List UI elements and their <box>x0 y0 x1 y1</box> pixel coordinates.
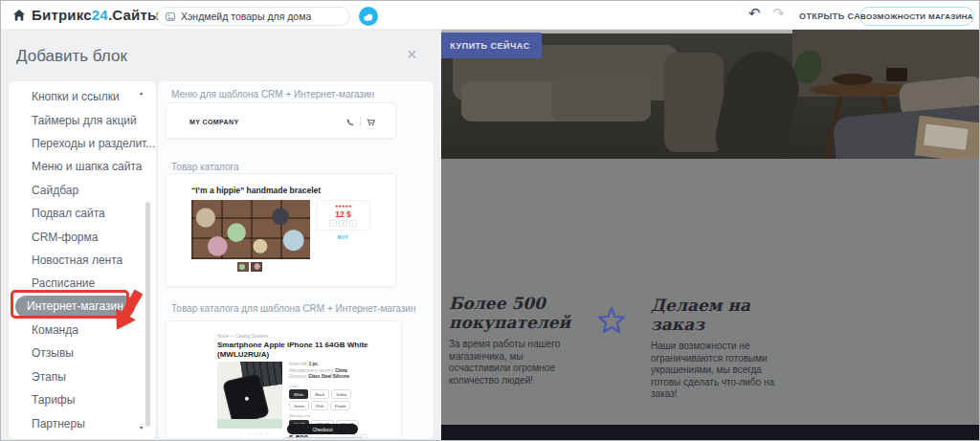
topbar: Битрикс24.Сайты Хэндмейд товары для дома… <box>1 1 979 30</box>
site-preview: КУПИТЬ СЕЙЧАС Более 500 покупателей За в… <box>438 30 980 441</box>
feature-heading: Делаем на заказ <box>651 296 787 334</box>
tray-shape <box>915 116 980 159</box>
brand-part3: .Сайты <box>108 7 160 23</box>
add-to-cart-button[interactable]: Add to Cart & Continue Shopping <box>281 437 366 439</box>
app-window: Битрикс24.Сайты Хэндмейд товары для дома… <box>0 0 980 441</box>
product-photo <box>191 200 310 259</box>
memory-label: Memory size <box>289 413 371 418</box>
phone-icon <box>346 113 354 130</box>
close-icon[interactable]: × <box>407 46 417 63</box>
category-item-footer[interactable]: Подвал сайта <box>9 202 156 225</box>
brand-logo[interactable]: Битрикс24.Сайты <box>32 7 160 23</box>
color-chip-pink[interactable]: Pink <box>311 401 328 410</box>
block-previews-card: Меню для шаблона CRM + Интернет-магазин … <box>158 81 434 439</box>
buy-now-button[interactable]: КУПИТЬ СЕЙЧАС <box>438 33 542 58</box>
shop-features-button[interactable]: ВОЗМОЖНОСТИ МАГАЗИНА <box>859 7 974 26</box>
feature-column-buyers: Более 500 покупателей За время работы на… <box>449 294 578 386</box>
feature-text: Наши возможности не ограничиваются готов… <box>651 341 787 401</box>
product-price-box: ★★★★★ 12 $ − 1 + <box>316 200 370 231</box>
block-label-catalog-item-crm: Товар каталога для шаблона CRM + Интерне… <box>171 303 415 314</box>
bitrix-cloud-button[interactable] <box>359 7 378 26</box>
color-label: Color <box>289 384 371 388</box>
breadcrumb: Home — Catalog Systems <box>217 334 268 339</box>
color-chip-green[interactable]: Green <box>289 401 309 410</box>
category-list: Кнопки и ссылки Таймеры для акций Перехо… <box>9 85 156 435</box>
category-item-online-store[interactable]: Интернет-магазин <box>9 296 156 319</box>
color-options: White Black Yellow Green Pink Purple <box>289 389 366 410</box>
cart-icon <box>367 113 375 130</box>
category-item-team[interactable]: Команда <box>9 319 156 342</box>
book-shape <box>924 124 968 150</box>
block-preview-catalog-item-crm[interactable]: Home — Catalog Systems Smartphone Apple … <box>166 320 402 439</box>
undo-icon[interactable]: ↶ <box>748 5 761 22</box>
feature-heading: Более 500 покупателей <box>449 294 578 332</box>
product-price: 12 $ <box>335 209 351 219</box>
phone-product-title: Smartphone Apple iPhone 11 64GB White (M… <box>217 341 370 359</box>
block-preview-catalog-item[interactable]: “I’m a hippie” handmade bracelet ★★★★★ 1… <box>166 173 396 287</box>
category-item-crm-form[interactable]: CRM-форма <box>9 225 156 248</box>
hero-photo: КУПИТЬ СЕЙЧАС <box>438 30 980 159</box>
apple-logo-dot <box>245 396 250 401</box>
category-item-buttons-links[interactable]: Кнопки и ссылки <box>9 85 156 108</box>
brand-part1: Битрикс <box>32 7 92 23</box>
category-item-news-feed[interactable]: Новостная лента <box>9 249 156 272</box>
add-block-panel: Добавить блок × Кнопки и ссылки Таймеры … <box>1 30 441 441</box>
category-item-reviews[interactable]: Отзывы <box>9 342 156 364</box>
buy-button[interactable]: BUY <box>316 234 370 240</box>
site-name-value: Хэндмейд товары для дома <box>181 11 311 22</box>
category-item-schedule[interactable]: Расписание <box>9 272 156 295</box>
home-icon[interactable] <box>12 9 26 26</box>
photo-thumbnails[interactable] <box>237 262 262 272</box>
feature-column-custom: Делаем на заказ Наши возможности не огра… <box>651 296 787 401</box>
color-chip-white[interactable]: White <box>289 389 308 399</box>
category-item-partners[interactable]: Партнеры <box>9 411 156 434</box>
scroll-down-icon[interactable]: ▾ <box>140 424 143 430</box>
carousel-dots[interactable]: • • • • • <box>241 431 269 436</box>
minus-icon[interactable]: − <box>329 220 337 227</box>
topbar-divider <box>147 9 148 22</box>
color-chip-purple[interactable]: Purple <box>330 401 351 410</box>
category-item-menu-header[interactable]: Меню и шапка сайта <box>9 155 156 178</box>
block-preview-menu[interactable]: MY COMPANY <box>166 102 396 139</box>
feature-text: За время работы нашего магазинчика, мы о… <box>449 339 578 386</box>
category-item-sidebar[interactable]: Сайдбар <box>9 179 156 202</box>
bowl-shape <box>833 74 873 85</box>
star-icon <box>597 306 626 336</box>
chair-shape <box>710 44 806 159</box>
color-chip-yellow[interactable]: Yellow <box>331 389 351 399</box>
block-label-catalog-item: Товар каталога <box>171 162 238 172</box>
category-item-transitions[interactable]: Переходы и разделит... <box>9 132 156 155</box>
category-item-timers[interactable]: Таймеры для акций <box>9 108 156 131</box>
product-title: “I’m a hippie” handmade bracelet <box>191 186 321 195</box>
features-section: Более 500 покупателей За время работы на… <box>438 159 980 425</box>
category-list-card: Кнопки и ссылки Таймеры для акций Перехо… <box>9 81 156 439</box>
menu-icons <box>346 103 375 140</box>
checkout-button[interactable]: Checkout <box>287 424 358 434</box>
panel-title: Добавить блок <box>16 47 127 66</box>
selected-category-pill: Интернет-магазин <box>15 296 135 318</box>
plus-icon[interactable]: + <box>349 220 357 227</box>
quantity-value: 1 <box>339 220 346 227</box>
cushion-shape <box>551 77 651 121</box>
mint-strip <box>217 419 282 429</box>
redo-icon[interactable]: ↷ <box>772 5 785 22</box>
thumbnail-1[interactable] <box>237 262 249 272</box>
brand-part2: 24 <box>92 7 108 23</box>
spec-row: Direction: Glass Steel Silicone <box>289 374 371 381</box>
block-label-menu: Меню для шаблона CRM + Интернет-магазин <box>171 89 374 99</box>
category-scrollbar[interactable] <box>145 202 150 427</box>
quantity-stepper[interactable]: − 1 + <box>329 220 357 227</box>
company-logo-text: MY COMPANY <box>189 103 239 140</box>
thumbnail-2[interactable] <box>251 262 262 272</box>
icon-divider <box>360 117 361 127</box>
cloud-icon <box>363 8 374 25</box>
category-item-stages[interactable]: Этапы <box>9 365 156 388</box>
clock-shape <box>886 68 907 81</box>
rating-stars-icon: ★★★★★ <box>335 204 352 209</box>
site-name-input[interactable]: Хэндмейд товары для дома <box>157 7 350 26</box>
phone-product-photo <box>217 362 282 429</box>
category-item-tariffs[interactable]: Тарифы <box>9 388 156 411</box>
color-chip-black[interactable]: Black <box>310 389 329 399</box>
scroll-up-icon[interactable]: ▴ <box>140 89 143 96</box>
site-footer-bar <box>438 425 980 441</box>
